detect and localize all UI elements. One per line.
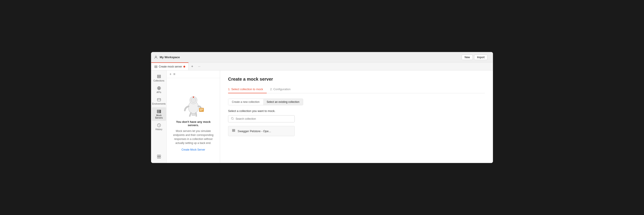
new-button[interactable]: New bbox=[462, 55, 473, 60]
svg-rect-35 bbox=[232, 130, 235, 131]
svg-rect-3 bbox=[154, 67, 157, 68]
svg-rect-22 bbox=[159, 157, 160, 158]
api-icon bbox=[157, 86, 161, 90]
svg-point-32 bbox=[232, 118, 234, 120]
create-mock-server-link[interactable]: Create Mock Server bbox=[182, 148, 205, 151]
add-collection-button[interactable]: + bbox=[170, 72, 172, 76]
svg-rect-19 bbox=[157, 155, 159, 156]
step-1[interactable]: 1. Select collection to mock bbox=[228, 86, 267, 93]
astronaut-illustration bbox=[180, 90, 207, 116]
sidebar-item-environments[interactable]: Environments bbox=[152, 96, 166, 107]
svg-rect-21 bbox=[157, 157, 159, 158]
svg-rect-2 bbox=[154, 66, 157, 67]
svg-rect-34 bbox=[232, 129, 235, 130]
sidebar-item-mock-servers-label: Mock Servers bbox=[153, 114, 165, 119]
sidebar-item-history-label: History bbox=[156, 128, 162, 130]
import-button[interactable]: Import bbox=[474, 55, 488, 60]
top-bar-actions: New Import bbox=[462, 55, 488, 60]
svg-rect-6 bbox=[157, 77, 160, 78]
svg-rect-27 bbox=[199, 108, 204, 112]
collection-mode-toggle: Create a new collection Select an existi… bbox=[228, 98, 303, 105]
sidebar-item-environments-label: Environments bbox=[152, 102, 166, 105]
svg-point-0 bbox=[155, 56, 156, 57]
icon-sidebar: Collections APIs Environments bbox=[151, 70, 167, 163]
svg-point-25 bbox=[191, 98, 196, 102]
sidebar-item-extensions[interactable] bbox=[152, 152, 166, 160]
history-icon bbox=[157, 123, 161, 128]
svg-point-15 bbox=[160, 110, 160, 110]
active-tab[interactable]: Create mock server bbox=[151, 62, 188, 70]
server-tab-icon bbox=[154, 65, 158, 68]
collections-icon bbox=[157, 74, 161, 79]
collection-item-icon bbox=[232, 129, 236, 133]
svg-rect-31 bbox=[192, 114, 195, 116]
sidebar-item-apis-label: APIs bbox=[156, 91, 161, 94]
app-window: My Workspace New Import Create mock serv… bbox=[151, 52, 493, 163]
sidebar-item-history[interactable]: History bbox=[152, 121, 166, 132]
extensions-icon bbox=[157, 154, 161, 159]
empty-panel-description: Mock servers let you simulate endpoints … bbox=[171, 129, 216, 145]
collection-item-name: Swagger Petstore - Ope... bbox=[238, 130, 271, 133]
workspace-name: My Workspace bbox=[160, 56, 180, 59]
svg-rect-20 bbox=[159, 155, 160, 156]
page-title: Create a mock server bbox=[228, 77, 485, 82]
svg-rect-10 bbox=[157, 98, 160, 101]
step-2[interactable]: 2. Configuration bbox=[270, 86, 294, 93]
sidebar-item-apis[interactable]: APIs bbox=[152, 84, 166, 95]
sidebar-item-collections[interactable]: Collections bbox=[152, 73, 166, 84]
collections-panel-header: + ≡ bbox=[167, 70, 220, 78]
svg-point-17 bbox=[160, 112, 160, 113]
collection-item[interactable]: Swagger Petstore - Ope... bbox=[228, 126, 295, 136]
collection-list: Swagger Petstore - Ope... bbox=[228, 126, 485, 136]
svg-point-16 bbox=[160, 111, 160, 112]
svg-line-33 bbox=[233, 119, 234, 120]
environments-icon bbox=[157, 98, 161, 102]
filter-collections-button[interactable]: ≡ bbox=[173, 72, 175, 76]
select-existing-collection-btn[interactable]: Select an existing collection bbox=[263, 99, 303, 105]
main-content: Create a mock server 1. Select collectio… bbox=[220, 70, 493, 163]
svg-rect-4 bbox=[157, 75, 160, 76]
top-bar: My Workspace New Import bbox=[151, 52, 493, 62]
collections-panel: + ≡ bbox=[167, 70, 220, 163]
tab-more-button[interactable]: ··· bbox=[196, 62, 202, 70]
svg-rect-36 bbox=[232, 131, 235, 132]
search-icon bbox=[231, 117, 234, 120]
sidebar-item-collections-label: Collections bbox=[154, 80, 164, 82]
search-container bbox=[228, 115, 295, 122]
svg-rect-1 bbox=[154, 66, 157, 66]
steps-nav: 1. Select collection to mock 2. Configur… bbox=[228, 86, 485, 93]
tab-unsaved-dot bbox=[184, 66, 185, 68]
search-collection-input[interactable] bbox=[236, 117, 292, 120]
svg-point-26 bbox=[193, 96, 194, 98]
main-area: Collections APIs Environments bbox=[151, 70, 493, 163]
active-tab-label: Create mock server bbox=[159, 65, 182, 68]
create-new-collection-btn[interactable]: Create a new collection bbox=[228, 99, 263, 105]
sidebar-item-mock-servers[interactable]: Mock Servers bbox=[152, 107, 166, 121]
add-tab-button[interactable]: + bbox=[188, 62, 196, 70]
empty-panel-title: You don't have any mock servers. bbox=[171, 120, 216, 127]
user-icon bbox=[154, 55, 158, 59]
mock-servers-icon bbox=[157, 109, 161, 114]
empty-panel: You don't have any mock servers. Mock se… bbox=[167, 78, 220, 163]
workspace-section: My Workspace bbox=[154, 55, 200, 59]
select-collection-label: Select a collection you want to mock. bbox=[228, 109, 485, 112]
svg-rect-5 bbox=[157, 76, 160, 77]
tab-bar: Create mock server + ··· bbox=[151, 62, 493, 70]
